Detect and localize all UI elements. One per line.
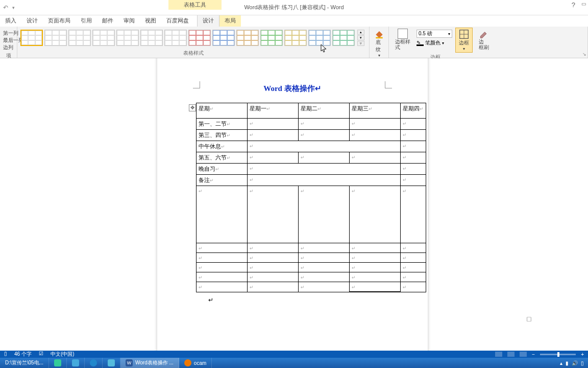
style-thumb[interactable] bbox=[332, 30, 355, 46]
dialog-launcher-icon[interactable]: ↘ bbox=[582, 52, 586, 57]
taskbar-browser[interactable] bbox=[49, 358, 67, 368]
table-cell[interactable]: ↵ bbox=[401, 243, 426, 253]
table-cell[interactable]: ↵ bbox=[350, 272, 401, 282]
style-thumb[interactable] bbox=[164, 30, 187, 46]
table-cell[interactable]: ↵ bbox=[248, 263, 299, 272]
table-cell[interactable]: 备注↵ bbox=[197, 175, 248, 186]
style-thumb[interactable] bbox=[236, 30, 259, 46]
table-cell[interactable]: ↵ bbox=[401, 175, 426, 186]
table-cell[interactable]: ↵ bbox=[299, 130, 350, 141]
table-cell[interactable]: 第一、二节↵ bbox=[197, 119, 248, 130]
table-cell[interactable]: ↵ bbox=[248, 164, 401, 175]
table-cell[interactable]: 中午休息↵ bbox=[197, 141, 248, 152]
table-cell[interactable]: 星期↵ bbox=[197, 103, 248, 119]
table-cell[interactable]: ↵ bbox=[197, 186, 248, 243]
border-weight-select[interactable]: 0.5 磅 ▾ bbox=[416, 30, 452, 38]
table-cell[interactable]: ↵ bbox=[299, 272, 350, 282]
style-thumb[interactable] bbox=[308, 30, 331, 46]
table-cell[interactable]: ↵ bbox=[401, 141, 426, 152]
document-area[interactable]: Word 表格操作↵ ✥ 星期↵ 星期一↵ 星期二↵ 星期三↵ 星期四↵ 第一、… bbox=[0, 58, 588, 351]
ribbon-display-icon[interactable]: ▭ bbox=[581, 1, 586, 9]
border-style-button[interactable]: 边框样 式 bbox=[392, 28, 413, 51]
table-cell[interactable]: ↵ bbox=[197, 253, 248, 263]
table-cell[interactable]: ↵ bbox=[299, 282, 350, 292]
borders-button[interactable]: 边框 ▾ bbox=[455, 28, 473, 53]
style-thumb[interactable] bbox=[284, 30, 307, 46]
style-thumb[interactable] bbox=[260, 30, 283, 46]
table-cell[interactable]: ↵ bbox=[248, 186, 299, 243]
style-thumb[interactable] bbox=[68, 30, 91, 46]
help-icon[interactable]: ? bbox=[572, 1, 575, 9]
table-cell[interactable]: ↵ bbox=[299, 243, 350, 253]
tray-network-icon[interactable]: ▮ bbox=[566, 360, 569, 366]
table-cell[interactable]: ↵ bbox=[299, 186, 350, 243]
table-cell[interactable]: ↵ bbox=[248, 272, 299, 282]
table-cell[interactable]: ↵ bbox=[401, 263, 426, 272]
tab-insert[interactable]: 插入 bbox=[0, 15, 21, 27]
tab-mailings[interactable]: 邮件 bbox=[97, 15, 118, 27]
table-cell[interactable]: ↵ bbox=[401, 282, 426, 292]
table-cell[interactable]: 第五、六节↵ bbox=[197, 152, 248, 164]
tray-battery-icon[interactable]: ▯ bbox=[581, 360, 584, 366]
table-cell[interactable]: 晚自习↵ bbox=[197, 164, 248, 175]
table-cell[interactable]: 星期三↵ bbox=[350, 103, 401, 119]
taskbar-word[interactable]: WWord表格操作 ... bbox=[120, 358, 179, 368]
table-cell[interactable]: ↵ bbox=[401, 272, 426, 282]
table-cell[interactable]: ↵ bbox=[350, 186, 401, 243]
table-cell[interactable]: ↵ bbox=[248, 175, 401, 186]
table-cell[interactable]: 星期二↵ bbox=[299, 103, 350, 119]
gallery-more-icon[interactable]: ▿ bbox=[357, 41, 364, 46]
table-cell[interactable]: ↵ bbox=[350, 119, 401, 130]
pen-color-button[interactable]: ✎ 笔颜色 ▾ bbox=[416, 39, 452, 47]
tab-design[interactable]: 设计 bbox=[21, 15, 43, 27]
style-thumb[interactable] bbox=[116, 30, 139, 46]
tab-references[interactable]: 引用 bbox=[76, 15, 97, 27]
table-cell[interactable]: ↵ bbox=[248, 243, 299, 253]
table-cell[interactable]: ↵ bbox=[299, 152, 350, 164]
undo-icon[interactable]: ↶ bbox=[3, 4, 8, 11]
style-thumb[interactable] bbox=[20, 30, 43, 46]
style-thumb[interactable] bbox=[212, 30, 235, 46]
style-thumb[interactable] bbox=[92, 30, 115, 46]
table-cell[interactable]: ↵ bbox=[401, 130, 426, 141]
zoom-slider[interactable] bbox=[540, 354, 576, 355]
table-cell[interactable]: ↵ bbox=[350, 152, 401, 164]
table-move-handle-icon[interactable]: ✥ bbox=[189, 104, 196, 111]
table-cell[interactable]: ↵ bbox=[299, 253, 350, 263]
tab-baidu[interactable]: 百度网盘 bbox=[161, 15, 194, 27]
table-cell[interactable]: 星期四↵ bbox=[401, 103, 426, 119]
table-cell[interactable]: ↵ bbox=[401, 253, 426, 263]
style-thumb[interactable] bbox=[140, 30, 163, 46]
tab-view[interactable]: 视图 bbox=[140, 15, 161, 27]
taskbar-app-b[interactable] bbox=[85, 358, 103, 368]
view-print-icon[interactable] bbox=[507, 352, 514, 357]
view-web-icon[interactable] bbox=[520, 352, 527, 357]
taskbar-ocam[interactable]: ocam bbox=[179, 358, 212, 368]
status-page[interactable]: ▯ bbox=[4, 351, 7, 358]
view-read-icon[interactable] bbox=[495, 352, 502, 357]
table-cell[interactable]: ↵ bbox=[350, 243, 401, 253]
style-thumb[interactable] bbox=[44, 30, 67, 46]
table-cell[interactable]: ↵ bbox=[248, 253, 299, 263]
qat-customize-icon[interactable]: ▾ bbox=[12, 5, 15, 10]
gallery-down-icon[interactable]: ▾ bbox=[357, 35, 364, 40]
table-cell[interactable]: ↵ bbox=[350, 263, 401, 272]
taskbar-app-c[interactable] bbox=[103, 358, 120, 368]
gallery-up-icon[interactable]: ▴ bbox=[357, 30, 364, 35]
zoom-thumb[interactable] bbox=[557, 352, 559, 357]
tab-page-layout[interactable]: 页面布局 bbox=[43, 15, 76, 27]
zoom-out-icon[interactable]: − bbox=[532, 352, 535, 357]
table-cell[interactable]: 第三、四节↵ bbox=[197, 130, 248, 141]
table-cell[interactable]: ↵ bbox=[350, 282, 401, 292]
taskbar-app-a[interactable] bbox=[67, 358, 85, 368]
table-cell[interactable]: ↵ bbox=[401, 164, 426, 175]
table-cell[interactable]: ↵ bbox=[197, 282, 248, 292]
table-cell[interactable]: ↵ bbox=[197, 243, 248, 253]
tab-table-layout[interactable]: 布局 bbox=[219, 15, 241, 27]
tab-table-design[interactable]: 设计 bbox=[197, 14, 219, 27]
table-cell[interactable]: ↵ bbox=[299, 263, 350, 272]
table-cell[interactable]: ↵ bbox=[248, 141, 401, 152]
status-language[interactable]: 中文(中国) bbox=[51, 351, 75, 358]
table-cell[interactable]: ↵ bbox=[197, 263, 248, 272]
table-cell[interactable]: ↵ bbox=[401, 152, 426, 164]
